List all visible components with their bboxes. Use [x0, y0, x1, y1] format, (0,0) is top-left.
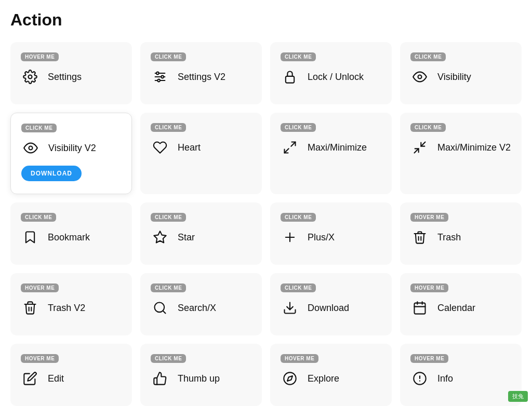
card-calendar[interactable]: HOVER MECalendar [400, 273, 522, 335]
svg-line-21 [163, 310, 165, 313]
card-search-x[interactable]: CLICK MESearch/X [140, 273, 262, 335]
svg-marker-28 [287, 376, 292, 381]
eye-icon [410, 67, 429, 86]
badge-heart: CLICK ME [151, 123, 186, 132]
card-content-plus-x: Plus/X [281, 228, 381, 247]
card-trash-v2[interactable]: HOVER METrash V2 [10, 273, 132, 335]
badge-trash-v2: HOVER ME [21, 283, 59, 292]
card-content-search-x: Search/X [151, 299, 251, 317]
badge-calendar: HOVER ME [410, 283, 448, 292]
badge-trash: HOVER ME [410, 213, 448, 222]
watermark: 技兔 [508, 391, 528, 402]
badge-download: CLICK ME [281, 283, 316, 292]
card-download[interactable]: CLICK MEDownload [270, 273, 392, 335]
card-content-thumb-up: Thumb up [151, 369, 251, 388]
card-label-settings: Settings [48, 72, 82, 83]
badge-settings-v2: CLICK ME [151, 52, 186, 61]
card-info[interactable]: HOVER MEInfo [400, 344, 522, 406]
card-label-edit: Edit [48, 373, 64, 384]
card-label-thumb-up: Thumb up [178, 373, 220, 384]
plus-icon [281, 228, 299, 247]
card-content-edit: Edit [21, 369, 122, 388]
svg-line-10 [291, 142, 295, 146]
card-content-visibility: Visibility [410, 67, 511, 86]
badge-info: HOVER ME [410, 354, 448, 363]
badge-edit: HOVER ME [21, 354, 59, 363]
compass-icon [281, 369, 299, 388]
card-label-visibility-v2: Visibility V2 [48, 143, 96, 154]
card-label-info: Info [437, 373, 453, 384]
card-explore[interactable]: HOVER MEExplore [270, 344, 392, 406]
badge-maxi-minimize: CLICK ME [281, 123, 316, 132]
card-content-settings-v2: Settings V2 [151, 67, 251, 86]
card-content-explore: Explore [281, 369, 381, 388]
badge-star: CLICK ME [151, 213, 186, 222]
card-settings-v2[interactable]: CLICK MESettings V2 [140, 42, 262, 104]
badge-lock-unlock: CLICK ME [281, 52, 316, 61]
card-content-download: Download [281, 299, 381, 317]
search-icon [151, 299, 169, 317]
edit-icon [21, 369, 39, 388]
card-label-plus-x: Plus/X [308, 232, 335, 243]
card-maxi-minimize-v2[interactable]: CLICK MEMaxi/Minimize V2 [400, 113, 522, 194]
page-title: Action [10, 10, 522, 30]
card-label-maxi-minimize-v2: Maxi/Minimize V2 [437, 142, 511, 153]
trash-icon [410, 228, 429, 247]
card-label-visibility: Visibility [437, 72, 471, 83]
badge-search-x: CLICK ME [151, 283, 186, 292]
card-star[interactable]: CLICK MEStar [140, 202, 262, 265]
sliders-icon [151, 67, 169, 86]
calendar-icon [410, 299, 429, 317]
svg-line-13 [421, 142, 425, 146]
card-label-trash: Trash [437, 232, 461, 243]
badge-settings: HOVER ME [21, 52, 59, 61]
svg-line-12 [415, 148, 419, 153]
svg-marker-14 [154, 231, 166, 242]
badge-explore: HOVER ME [281, 354, 318, 363]
card-content-calendar: Calendar [410, 299, 511, 317]
card-visibility[interactable]: CLICK MEVisibility [400, 42, 522, 104]
card-label-star: Star [178, 232, 195, 243]
info-icon [410, 369, 429, 388]
card-content-info: Info [410, 369, 511, 388]
card-content-maxi-minimize: Maxi/Minimize [281, 138, 381, 157]
card-thumb-up[interactable]: CLICK METhumb up [140, 344, 262, 406]
svg-point-5 [161, 76, 164, 78]
heart-icon [151, 138, 169, 157]
card-edit[interactable]: HOVER MEEdit [10, 344, 132, 406]
svg-rect-23 [415, 303, 425, 314]
card-label-bookmark: Bookmark [48, 232, 90, 243]
card-plus-x[interactable]: CLICK MEPlus/X [270, 202, 392, 265]
card-content-bookmark: Bookmark [21, 228, 122, 247]
card-settings[interactable]: HOVER MESettings [10, 42, 132, 104]
download-button[interactable]: DOWNLOAD [21, 166, 82, 181]
card-trash[interactable]: HOVER METrash [400, 202, 522, 265]
card-lock-unlock[interactable]: CLICK MELock / Unlock [270, 42, 392, 104]
bookmark-icon [21, 228, 39, 247]
badge-thumb-up: CLICK ME [151, 354, 186, 363]
card-label-calendar: Calendar [437, 303, 475, 314]
cards-grid: HOVER MESettingsCLICK MESettings V2CLICK… [10, 42, 522, 406]
svg-point-8 [418, 75, 422, 79]
card-label-heart: Heart [178, 142, 201, 153]
svg-rect-7 [286, 76, 294, 83]
svg-line-11 [285, 148, 289, 153]
card-visibility-v2[interactable]: CLICK MEVisibility V2DOWNLOAD [10, 113, 132, 194]
gear-icon [21, 67, 39, 86]
card-content-visibility-v2: Visibility V2 [21, 139, 121, 157]
card-label-search-x: Search/X [178, 303, 216, 314]
card-content-lock-unlock: Lock / Unlock [281, 67, 381, 86]
svg-point-27 [284, 372, 296, 384]
badge-visibility-v2: CLICK ME [21, 124, 57, 132]
card-label-trash-v2: Trash V2 [48, 303, 85, 314]
card-bookmark[interactable]: CLICK MEBookmark [10, 202, 132, 265]
card-heart[interactable]: CLICK MEHeart [140, 113, 262, 194]
card-label-explore: Explore [308, 373, 339, 384]
minimize-icon [410, 138, 429, 157]
thumbsup-icon [151, 369, 169, 388]
card-label-settings-v2: Settings V2 [178, 72, 225, 83]
card-content-trash-v2: Trash V2 [21, 299, 122, 317]
card-maxi-minimize[interactable]: CLICK MEMaxi/Minimize [270, 113, 392, 194]
star-icon [151, 228, 169, 247]
card-label-download: Download [308, 303, 349, 314]
